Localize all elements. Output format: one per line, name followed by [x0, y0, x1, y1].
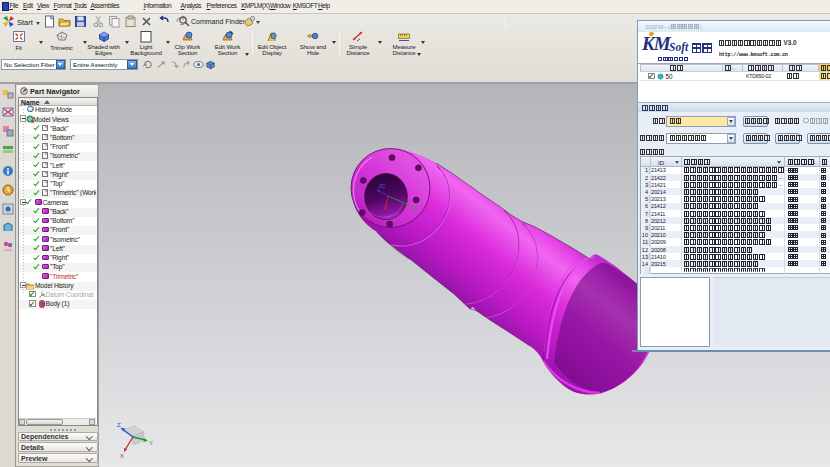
svg-text:YC: YC [410, 205, 417, 211]
svg-text:ZC: ZC [379, 183, 386, 189]
svg-text:Z: Z [117, 422, 121, 428]
svg-text:Y: Y [149, 440, 153, 446]
svg-text:X: X [120, 453, 124, 459]
